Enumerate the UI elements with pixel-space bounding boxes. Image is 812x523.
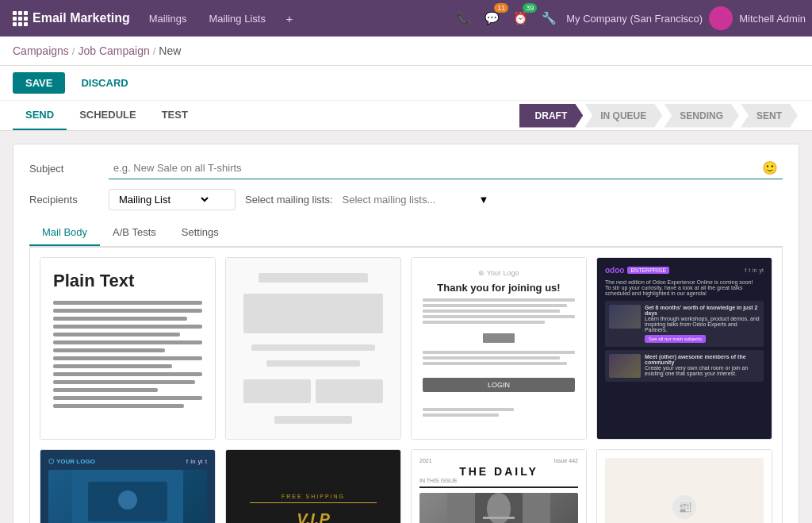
app-logo[interactable]: Email Marketing — [6, 11, 136, 26]
moving-badge: 📰 — [672, 495, 696, 519]
toolbar: SAVE DISCARD — [0, 66, 812, 101]
tab-schedule[interactable]: SCHEDULE — [67, 101, 149, 130]
subject-input-wrap: 🙂 — [109, 157, 783, 179]
template-odoo-promo[interactable]: odoo ENTERPRISE f t in yt The next editi… — [596, 257, 772, 440]
daily-title: THE DAILY — [419, 465, 578, 478]
daily-img — [419, 493, 578, 523]
chat-badge-wrap[interactable]: 💬 11 — [481, 7, 503, 29]
mailing-list-select-wrap[interactable]: ▼ — [343, 194, 489, 206]
plain-text-lines — [53, 301, 202, 408]
subject-label: Subject — [29, 163, 109, 175]
tab-mail-body[interactable]: Mail Body — [29, 220, 100, 246]
tab-settings[interactable]: Settings — [169, 220, 232, 246]
add-icon[interactable]: + — [278, 7, 301, 29]
form-card: Subject 🙂 Recipients Mailing List Contac… — [13, 144, 799, 523]
template-vip[interactable]: FREE SHIPPING V.I.P rsvp EXCLUSIVE DEALS… — [225, 449, 401, 523]
tab-send[interactable]: SEND — [13, 101, 67, 130]
template-were-moving[interactable]: 📰 WE'RE MOVING and we want you to know — [596, 449, 772, 523]
svg-point-1 — [711, 22, 730, 30]
admin-name[interactable]: Mitchell Admin — [739, 13, 806, 25]
emoji-icon[interactable]: 🙂 — [762, 160, 778, 175]
main-content: Subject 🙂 Recipients Mailing List Contac… — [0, 131, 812, 523]
template-the-daily[interactable]: 2021Issue 442 THE DAILY IN THIS ISSUE — [411, 449, 587, 523]
clock-badge: 39 — [523, 3, 537, 13]
odoo-brand: odoo — [605, 266, 624, 275]
subject-input[interactable] — [113, 162, 759, 174]
odoo-text: The next edition of Odoo Experience Onli… — [605, 279, 764, 296]
tab-test[interactable]: TEST — [149, 101, 201, 130]
template-thank-you[interactable]: ⊕ Your Logo Thank you for joining us! — [411, 257, 587, 440]
odoo-badge: ENTERPRISE — [627, 267, 669, 274]
moving-top: 📰 WE'RE MOVING and we want you to know — [605, 458, 764, 523]
odoo-card-1: Get 6 months' worth of knowledge in just… — [605, 301, 764, 347]
top-navigation: Email Marketing Mailings Mailing Lists +… — [0, 0, 812, 37]
stage-sending[interactable]: SENDING — [664, 104, 739, 128]
vip-top: FREE SHIPPING — [282, 494, 345, 499]
breadcrumb-sep-1: / — [72, 45, 75, 57]
mailing-list-input[interactable] — [343, 194, 476, 206]
plain-text-title: Plain Text — [53, 271, 202, 291]
stage-draft[interactable]: DRAFT — [519, 104, 584, 128]
thanks-title: Thank you for joining us! — [423, 282, 575, 294]
recipients-row: Recipients Mailing List Contact Lead/Opp… — [29, 189, 783, 210]
nav-mailings[interactable]: Mailings — [140, 10, 197, 28]
action-tabs: SEND SCHEDULE TEST — [13, 101, 201, 130]
avatar[interactable] — [709, 6, 733, 30]
grid-icon — [13, 11, 28, 26]
nav-mailing-lists[interactable]: Mailing Lists — [199, 10, 275, 28]
mailing-list-label: Select mailing lists: — [245, 194, 333, 206]
app-name: Email Marketing — [33, 11, 130, 25]
topnav-right: 📞 💬 11 ⏰ 39 🔧 My Company (San Francisco)… — [452, 6, 806, 30]
breadcrumb-sep-2: / — [153, 45, 156, 57]
clock-badge-wrap[interactable]: ⏰ 39 — [509, 7, 531, 29]
recipients-select[interactable]: Mailing List Contact Lead/Opportunity — [116, 193, 211, 206]
stage-in-queue[interactable]: IN QUEUE — [584, 104, 662, 128]
template-grid: Plain Text — [30, 248, 782, 523]
discard-button[interactable]: DISCARD — [71, 72, 137, 94]
thanks-btn: LOGIN — [423, 378, 575, 392]
breadcrumb: Campaigns / Job Campaign / New — [0, 37, 812, 66]
svg-point-0 — [715, 10, 726, 21]
template-breaking-it[interactable]: ⬡ YOUR LOGO f in yt t — [40, 449, 216, 523]
wrench-icon[interactable]: 🔧 — [538, 7, 560, 29]
thanks-lines — [423, 298, 575, 324]
save-button[interactable]: SAVE — [13, 72, 65, 94]
svg-point-4 — [118, 490, 137, 510]
svg-rect-9 — [483, 517, 515, 519]
breadcrumb-campaigns[interactable]: Campaigns — [13, 44, 69, 57]
content-tabs: Mail Body A/B Tests Settings — [29, 220, 783, 247]
breadcrumb-job-campaign[interactable]: Job Campaign — [78, 44, 149, 57]
recipients-controls: Mailing List Contact Lead/Opportunity Se… — [109, 189, 488, 210]
phone-icon[interactable]: 📞 — [452, 7, 474, 29]
company-label[interactable]: My Company (San Francisco) — [566, 13, 703, 25]
daily-header: 2021Issue 442 THE DAILY IN THIS ISSUE — [419, 458, 578, 488]
template-plain-text[interactable]: Plain Text — [40, 257, 216, 440]
chat-badge: 11 — [494, 3, 508, 13]
stage-sent[interactable]: SENT — [741, 104, 798, 128]
template-grid-wrap: Plain Text — [29, 247, 783, 523]
breaking-img — [48, 470, 207, 523]
breadcrumb-current: New — [159, 44, 181, 57]
subject-row: Subject 🙂 — [29, 157, 783, 179]
thanks-logo: ⊕ Your Logo — [423, 269, 575, 277]
chevron-down-icon: ▼ — [479, 194, 489, 206]
breaking-logo: ⬡ YOUR LOGO f in yt t — [48, 458, 207, 465]
vip-title: V.I.P — [297, 510, 330, 524]
template-blank[interactable] — [225, 257, 401, 440]
odoo-card-2: Meet (other) awesome members of the comm… — [605, 350, 764, 382]
tab-ab-tests[interactable]: A/B Tests — [100, 220, 169, 246]
status-bar: SEND SCHEDULE TEST DRAFT IN QUEUE SENDIN… — [0, 101, 812, 131]
recipients-label: Recipients — [29, 194, 109, 206]
recipients-select-wrap[interactable]: Mailing List Contact Lead/Opportunity — [109, 189, 236, 210]
status-stages: DRAFT IN QUEUE SENDING SENT — [519, 104, 799, 128]
